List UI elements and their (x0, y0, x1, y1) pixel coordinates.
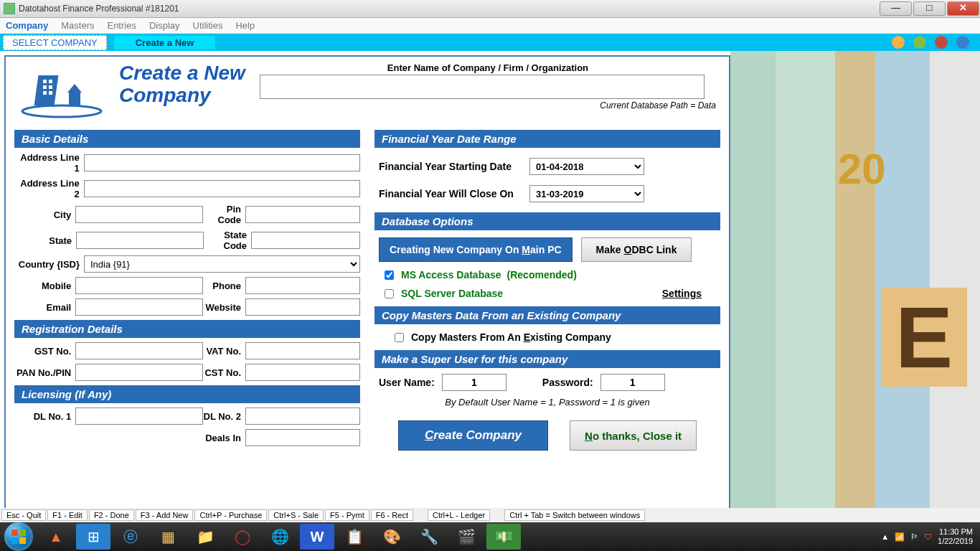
decorative-background (730, 51, 980, 512)
sb-ctrlp[interactable]: Ctrl+P - Purchase (194, 509, 267, 521)
person-icon[interactable] (956, 36, 969, 49)
maximize-button[interactable]: □ (913, 1, 946, 16)
tray-arrow-icon[interactable]: ▲ (881, 532, 889, 541)
status-icon[interactable] (913, 36, 926, 49)
taskbar-explorer-icon[interactable]: ▦ (151, 524, 185, 550)
tray-time: 11:30 PM (938, 527, 973, 537)
sb-f5[interactable]: F5 - Pymt (325, 509, 369, 521)
taskbar-misc1-icon[interactable]: 🔧 (412, 524, 446, 550)
input-dealsin[interactable] (245, 429, 360, 446)
menu-company[interactable]: Company (6, 20, 48, 31)
svg-marker-8 (67, 84, 82, 93)
menu-entries[interactable]: Entries (107, 20, 136, 31)
taskbar-ie-icon[interactable]: ⓔ (113, 524, 148, 550)
taskbar: ▲ ⊞ ⓔ ▦ 📁 ◯ 🌐 W 📋 🎨 🔧 🎬 💵 ▲ 📶 🏳 🛡 11:30 … (0, 522, 980, 551)
tab-select-company[interactable]: SELECT COMPANY (3, 35, 107, 50)
close-button[interactable]: ✕ (947, 1, 979, 16)
label-address2: Address Line 2 (14, 178, 84, 199)
company-name-input[interactable] (260, 75, 705, 99)
sb-ctrll[interactable]: Ctrl+L - Ledger (428, 509, 490, 521)
tray-shield-icon[interactable]: 🛡 (924, 532, 932, 541)
page-title: Create a New Company (119, 62, 245, 120)
input-city[interactable] (75, 206, 203, 223)
status-bar: Esc - Quit F1 - Edit F2 - Done F3 - Add … (0, 508, 980, 522)
select-fy-end[interactable]: 31-03-2019 (529, 185, 644, 202)
sb-f1[interactable]: F1 - Edit (47, 509, 88, 521)
minimize-button[interactable]: — (880, 1, 912, 16)
taskbar-opera-icon[interactable]: ◯ (225, 524, 260, 550)
start-button[interactable] (4, 522, 33, 551)
section-database-options: Database Options (374, 212, 720, 230)
input-pincode[interactable] (245, 206, 360, 223)
tray-flag-icon[interactable]: 🏳 (910, 532, 918, 541)
svg-rect-6 (43, 91, 47, 95)
label-fy-start: Financial Year Starting Date (379, 161, 529, 172)
input-mobile[interactable] (75, 277, 203, 294)
input-email[interactable] (75, 298, 203, 316)
chat-icon[interactable] (935, 36, 948, 49)
menu-masters[interactable]: Masters (61, 20, 94, 31)
label-city: City (14, 209, 75, 220)
btn-new-company-main-pc[interactable]: Creating New Company On Main PC (379, 237, 573, 262)
input-phone[interactable] (245, 277, 360, 294)
input-dl2[interactable] (245, 408, 360, 425)
company-name-label: Enter Name of Company / Firm / Organizat… (260, 62, 716, 73)
input-gst[interactable] (75, 342, 203, 359)
sb-f6[interactable]: F6 - Rect (371, 509, 413, 521)
menu-help[interactable]: Help (235, 20, 255, 31)
taskbar-vlc-icon[interactable]: ▲ (39, 524, 73, 550)
page-title-line1: Create a New (119, 62, 245, 85)
taskbar-notes-icon[interactable]: 📋 (337, 524, 372, 550)
menu-display[interactable]: Display (149, 20, 180, 31)
link-settings[interactable]: Settings (662, 288, 702, 299)
taskbar-chrome-icon[interactable]: 🌐 (263, 524, 297, 550)
label-gst: GST No. (14, 346, 75, 357)
tray-network-icon[interactable]: 📶 (895, 532, 905, 542)
sb-esc[interactable]: Esc - Quit (1, 509, 46, 521)
menu-utilities[interactable]: Utilities (193, 20, 223, 31)
input-pan[interactable] (75, 364, 203, 381)
section-copy-masters: Copy Masters Data From an Existing Compa… (374, 306, 720, 324)
btn-make-odbc-link[interactable]: Make ODBC Link (581, 237, 692, 262)
sb-ctrls[interactable]: Ctrl+S - Sale (268, 509, 324, 521)
checkbox-sqlserver[interactable] (385, 289, 394, 298)
input-username[interactable] (442, 374, 507, 391)
taskbar-folder-icon[interactable]: 📁 (188, 524, 222, 550)
sb-f2[interactable]: F2 - Done (89, 509, 134, 521)
section-financial-year: Financial Year Date Range (374, 130, 720, 148)
taskbar-misc2-icon[interactable]: 🎬 (449, 524, 484, 550)
tray-clock[interactable]: 11:30 PM 1/22/2019 (938, 527, 973, 546)
taskbar-app-icon[interactable]: ⊞ (76, 524, 110, 550)
taskbar-paint-icon[interactable]: 🎨 (374, 524, 409, 550)
checkbox-copy-masters[interactable] (395, 333, 404, 342)
input-password[interactable] (600, 374, 665, 391)
db-path-label: Current Database Path = Data (260, 100, 716, 110)
btn-create-company[interactable]: Create Company (398, 420, 548, 451)
input-statecode[interactable] (251, 232, 360, 249)
input-dl1[interactable] (75, 408, 203, 425)
label-msaccess: MS Access Database (401, 269, 501, 281)
tab-create-new[interactable]: Create a New (114, 36, 216, 50)
taskbar-word-icon[interactable]: W (300, 524, 334, 550)
content-area: Create a New Company Enter Name of Compa… (0, 51, 980, 512)
taskbar-money-icon[interactable]: 💵 (486, 524, 521, 550)
btn-no-thanks-close[interactable]: No thanks, Close it (570, 420, 697, 451)
megaphone-icon[interactable] (892, 36, 905, 49)
select-fy-start[interactable]: 01-04-2018 (529, 158, 644, 175)
input-website[interactable] (245, 298, 360, 316)
select-country[interactable]: India {91} (84, 255, 360, 273)
svg-rect-4 (43, 85, 47, 89)
ribbon-icon-group (892, 36, 980, 49)
app-icon (4, 3, 15, 14)
checkbox-msaccess[interactable] (385, 270, 394, 280)
label-state: State (14, 235, 76, 246)
section-super-user: Make a Super User for this company (374, 350, 720, 368)
input-state[interactable] (76, 232, 204, 249)
menu-bar: Company Masters Entries Display Utilitie… (0, 18, 980, 34)
window-titlebar: Datotahost Finance Professional #181201 … (0, 0, 980, 18)
input-cst[interactable] (245, 364, 360, 381)
input-address2[interactable] (84, 180, 360, 197)
input-address1[interactable] (84, 154, 360, 171)
sb-f3[interactable]: F3 - Add New (136, 509, 194, 521)
input-vat[interactable] (245, 342, 360, 359)
